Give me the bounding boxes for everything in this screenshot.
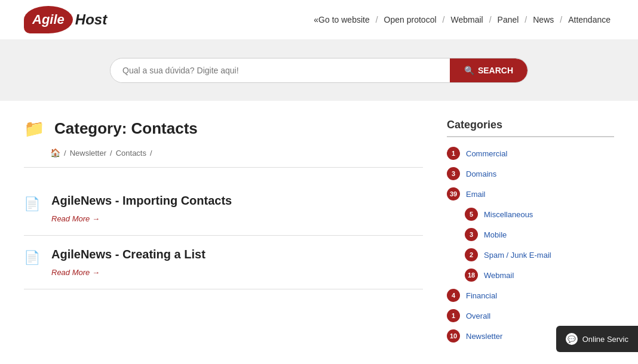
- cat-label-miscellaneous[interactable]: Miscellaneous: [484, 210, 533, 219]
- cat-label-webmail[interactable]: Webmail: [484, 271, 514, 280]
- search-section: 🔍 SEARCH: [0, 40, 638, 101]
- category-list: 1 Commercial 3 Domains 39 Email 5 Miscel…: [447, 143, 614, 346]
- search-bar-container: 🔍 SEARCH: [110, 58, 528, 83]
- cat-badge-email: 39: [447, 187, 460, 200]
- logo-host-text: Host: [75, 11, 107, 28]
- search-icon: 🔍: [464, 66, 474, 75]
- breadcrumb-sep-2: /: [110, 149, 112, 158]
- cat-badge-spam: 2: [465, 248, 478, 261]
- nav-attendance[interactable]: Attendance: [565, 13, 614, 27]
- nav-webmail[interactable]: Webmail: [447, 13, 486, 27]
- read-more-2[interactable]: Read More →: [51, 268, 100, 277]
- article-body-2: AgileNews - Creating a List Read More →: [51, 248, 205, 277]
- search-button[interactable]: 🔍 SEARCH: [450, 58, 527, 82]
- main-nav: «Go to website / Open protocol / Webmail…: [310, 13, 614, 27]
- cat-label-newsletter[interactable]: Newsletter: [466, 332, 502, 341]
- home-icon: 🏠: [50, 148, 60, 158]
- breadcrumb-contacts[interactable]: Contacts: [116, 149, 146, 158]
- title-divider: [24, 167, 423, 168]
- chat-label: Online Servic: [582, 335, 628, 344]
- breadcrumb-sep-3: /: [150, 149, 152, 158]
- cat-label-domains[interactable]: Domains: [466, 169, 496, 178]
- search-input[interactable]: [111, 58, 450, 82]
- logo[interactable]: Agile Host: [24, 6, 107, 33]
- category-item-miscellaneous[interactable]: 5 Miscellaneous: [447, 204, 614, 224]
- nav-sep-2: /: [443, 15, 445, 24]
- read-more-1[interactable]: Read More →: [51, 214, 100, 223]
- header: Agile Host «Go to website / Open protoco…: [0, 0, 638, 40]
- cat-badge-newsletter: 10: [447, 329, 460, 343]
- article-doc-icon-2: 📄: [24, 250, 42, 277]
- breadcrumb-home[interactable]: 🏠: [50, 148, 60, 158]
- category-item-webmail[interactable]: 18 Webmail: [447, 265, 614, 285]
- cat-label-overall[interactable]: Overall: [466, 311, 490, 320]
- cat-label-commercial[interactable]: Commercial: [466, 149, 507, 158]
- category-item-mobile[interactable]: 3 Mobile: [447, 224, 614, 245]
- online-chat-button[interactable]: 💬 Online Servic: [556, 326, 638, 352]
- nav-sep-3: /: [489, 15, 492, 24]
- logo-bubble: Agile: [24, 6, 73, 33]
- nav-news[interactable]: News: [529, 13, 557, 27]
- cat-badge-financial: 4: [447, 289, 460, 302]
- article-item-2: 📄 AgileNews - Creating a List Read More …: [24, 236, 423, 289]
- main-container: 📁 Category: Contacts 🏠 / Newsletter / Co…: [0, 101, 638, 364]
- category-item-domains[interactable]: 3 Domains: [447, 164, 614, 184]
- cat-label-financial[interactable]: Financial: [466, 291, 497, 300]
- breadcrumb-sep-1: /: [64, 149, 66, 158]
- category-item-commercial[interactable]: 1 Commercial: [447, 143, 614, 164]
- cat-badge-domains: 3: [447, 167, 460, 180]
- logo-agile-text: Agile: [32, 12, 65, 27]
- page-title-section: 📁 Category: Contacts: [24, 119, 423, 138]
- cat-badge-overall: 1: [447, 309, 460, 322]
- category-item-email[interactable]: 39 Email: [447, 184, 614, 204]
- cat-label-email[interactable]: Email: [466, 190, 486, 199]
- breadcrumb: 🏠 / Newsletter / Contacts /: [24, 148, 423, 158]
- cat-badge-webmail: 18: [465, 269, 478, 282]
- folder-icon: 📁: [24, 119, 45, 138]
- breadcrumb-newsletter[interactable]: Newsletter: [70, 149, 106, 158]
- search-button-label: SEARCH: [478, 66, 513, 75]
- sidebar-categories-title: Categories: [447, 119, 614, 137]
- cat-label-spam[interactable]: Spam / Junk E-mail: [484, 251, 551, 260]
- category-item-spam[interactable]: 2 Spam / Junk E-mail: [447, 245, 614, 265]
- nav-sep-5: /: [560, 15, 562, 24]
- category-item-overall[interactable]: 1 Overall: [447, 306, 614, 326]
- cat-badge-mobile: 3: [465, 228, 478, 241]
- nav-go-to-website[interactable]: «Go to website: [310, 13, 373, 27]
- chat-icon: 💬: [566, 333, 578, 345]
- article-doc-icon-1: 📄: [24, 196, 42, 223]
- nav-panel[interactable]: Panel: [494, 13, 523, 27]
- nav-open-protocol[interactable]: Open protocol: [381, 13, 440, 27]
- content-area: 📁 Category: Contacts 🏠 / Newsletter / Co…: [24, 119, 423, 346]
- sidebar: Categories 1 Commercial 3 Domains 39 Ema…: [447, 119, 614, 346]
- cat-badge-miscellaneous: 5: [465, 208, 478, 221]
- article-title-2: AgileNews - Creating a List: [51, 248, 205, 261]
- article-item: 📄 AgileNews - Importing Contacts Read Mo…: [24, 182, 423, 236]
- page-title: Category: Contacts: [54, 119, 198, 138]
- cat-label-mobile[interactable]: Mobile: [484, 230, 507, 239]
- nav-sep-4: /: [524, 15, 527, 24]
- article-body-1: AgileNews - Importing Contacts Read More…: [51, 194, 232, 223]
- cat-badge-commercial: 1: [447, 147, 460, 160]
- article-title-1: AgileNews - Importing Contacts: [51, 194, 232, 208]
- nav-sep-1: /: [376, 15, 378, 24]
- category-item-financial[interactable]: 4 Financial: [447, 285, 614, 306]
